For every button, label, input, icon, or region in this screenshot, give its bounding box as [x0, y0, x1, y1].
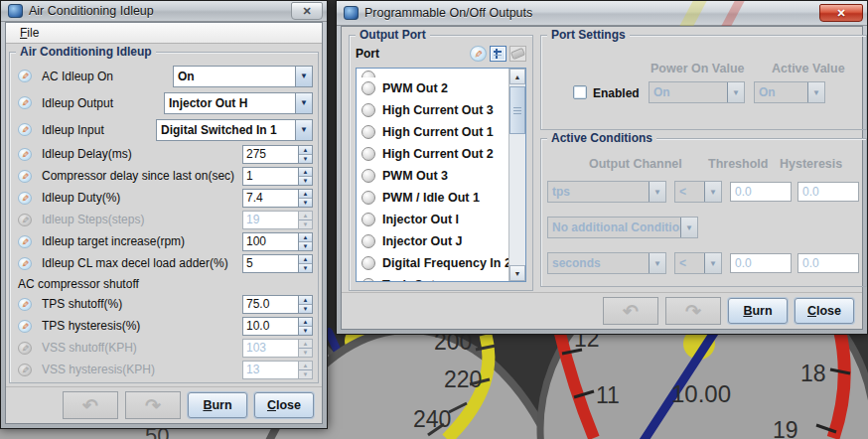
chevron-down-icon[interactable]: ▼ [295, 120, 312, 140]
output-channel-label: Output Channel [589, 157, 682, 171]
setting-row: ✎ Idleup Delay(ms) 275 ▲▼ [15, 143, 313, 165]
spinner-down-icon[interactable]: ▼ [299, 198, 312, 207]
spinner-down-icon[interactable]: ▼ [299, 263, 312, 272]
redo-button[interactable]: ↷ [125, 391, 181, 419]
redo-icon: ↷ [685, 302, 701, 321]
idleup-delay-input[interactable]: 275 ▲▼ [242, 145, 313, 164]
section-row: AC compressor shutoff [15, 274, 313, 293]
titlebar[interactable]: Air Conditioning Idleup ✕ [1, 1, 327, 22]
burn-button[interactable]: Burn [188, 392, 247, 418]
setting-row: ✎ Idleup target increase(rpm) 100 ▲▼ [15, 230, 313, 252]
spinner-up-icon[interactable]: ▲ [299, 146, 312, 154]
port-option[interactable]: PWM / Idle Out 1 [357, 187, 508, 209]
edit-icon: ✎ [18, 364, 32, 376]
vss-hysteresis-input: 13 ▲▼ [242, 361, 313, 379]
window-title: Air Conditioning Idleup [29, 4, 154, 18]
port-option[interactable]: PWM Out 2 [357, 77, 508, 99]
idleup-input-select[interactable]: Digital Switched In 1 ▼ [156, 119, 313, 141]
chevron-down-icon: ▼ [680, 218, 697, 237]
port-option[interactable]: High Current Out 1 [357, 121, 508, 143]
spinner-up-icon[interactable]: ▲ [299, 190, 312, 198]
radio-icon[interactable] [362, 213, 375, 226]
setting-row: ✎ AC Idleup On On ▼ [15, 63, 313, 89]
spinner-up-icon[interactable]: ▲ [299, 168, 312, 176]
chevron-down-icon: ▼ [704, 253, 721, 273]
threshold-input: 0.0 [730, 182, 792, 202]
edit-icon: ✎ [18, 96, 32, 109]
field-label: TPS hysteresis(%) [42, 319, 242, 333]
port-option[interactable]: Tach Out [357, 274, 508, 282]
port-option[interactable]: PWM Out 3 [357, 165, 508, 187]
redo-button[interactable]: ↷ [665, 297, 721, 325]
redo-icon: ↷ [145, 396, 161, 415]
edit-icon: ✎ [18, 192, 32, 205]
radio-icon[interactable] [362, 81, 375, 95]
active-value-label: Active Value [772, 62, 845, 75]
field-label: Idleup Delay(ms) [42, 147, 242, 161]
spinner-down-icon[interactable]: ▼ [299, 326, 312, 335]
spinner-down-icon[interactable]: ▼ [299, 241, 312, 250]
group-title: Port Settings [547, 28, 630, 42]
port-option[interactable]: Injector Out J [357, 230, 508, 252]
scrollbar[interactable]: ▲ ▼ [508, 69, 525, 281]
port-form-icon[interactable] [490, 46, 506, 62]
radio-icon[interactable] [362, 191, 375, 205]
port-option[interactable]: Injector Out I [357, 209, 508, 230]
enabled-checkbox[interactable] [573, 85, 587, 99]
radio-icon[interactable] [362, 234, 375, 248]
scroll-down-icon[interactable]: ▼ [509, 265, 525, 281]
radio-icon[interactable] [362, 278, 375, 282]
ac-idleup-on-select[interactable]: On ▼ [173, 66, 313, 87]
spinner-up-icon[interactable]: ▲ [299, 296, 312, 304]
radio-icon[interactable] [362, 125, 375, 139]
spinner-up-icon[interactable]: ▲ [299, 318, 312, 326]
titlebar[interactable]: Programmable On/Off Outputs ✕ [337, 1, 867, 26]
port-option[interactable]: High Current Out 3 [357, 99, 508, 121]
menu-file[interactable]: File [12, 25, 47, 41]
port-option[interactable]: High Current Out 2 [357, 143, 508, 165]
scroll-thumb[interactable] [509, 86, 525, 134]
radio-icon[interactable] [362, 256, 375, 270]
close-window-button[interactable]: ✕ [291, 2, 323, 20]
spinner-down-icon[interactable]: ▼ [299, 176, 312, 185]
compressor-delay-input[interactable]: 1 ▲▼ [242, 167, 313, 186]
dialog-button-bar: ↶ ↷ Burn Close [6, 386, 322, 423]
close-window-button[interactable]: ✕ [819, 4, 863, 22]
port-option-partial[interactable] [357, 69, 508, 77]
tps-shutoff-input[interactable]: 75.0 ▲▼ [242, 295, 313, 314]
port-option[interactable]: Digital Frequency In 2 [357, 252, 508, 274]
window-air-conditioning-idleup: Air Conditioning Idleup ✕ File Air Condi… [0, 0, 328, 429]
setting-row: ✎ Compressor delay since last on(sec) 1 … [15, 165, 313, 187]
tps-hysteresis-input[interactable]: 10.0 ▲▼ [242, 317, 313, 336]
spinner-down-icon[interactable]: ▼ [299, 304, 312, 313]
spinner-up-icon[interactable]: ▲ [299, 255, 312, 263]
close-button[interactable]: Close [254, 392, 314, 418]
edit-port-icon[interactable]: ✎ [470, 46, 487, 62]
idleup-cl-max-decel-input[interactable]: 5 ▲▼ [242, 254, 313, 273]
field-label: AC Idleup On [42, 70, 173, 83]
radio-icon[interactable] [362, 147, 375, 161]
undo-button[interactable]: ↶ [63, 391, 118, 419]
spinner-up-icon[interactable]: ▲ [299, 233, 312, 241]
gauge-right-tick: 11 [596, 382, 620, 408]
idleup-duty-input[interactable]: 7.4 ▲▼ [242, 189, 313, 208]
idleup-output-select[interactable]: Injector Out H ▼ [164, 92, 313, 114]
spinner-down-icon[interactable]: ▼ [299, 154, 312, 163]
setting-row: ✎ Idleup Steps(steps) 19 ▲▼ [15, 209, 313, 230]
radio-icon[interactable] [362, 103, 375, 117]
idleup-target-increase-input[interactable]: 100 ▲▼ [242, 232, 313, 251]
radio-icon[interactable] [362, 169, 375, 183]
window-programmable-outputs: Programmable On/Off Outputs ✕ Output Por… [336, 0, 868, 335]
chevron-down-icon[interactable]: ▼ [295, 93, 312, 113]
edit-icon: ✎ [18, 320, 32, 333]
spinner-down-icon: ▼ [299, 369, 312, 378]
burn-button[interactable]: Burn [728, 298, 788, 324]
edit-icon: ✎ [18, 235, 32, 248]
undo-button[interactable]: ↶ [603, 297, 658, 325]
eraser-icon[interactable] [509, 46, 526, 62]
hysteresis-label: Hysteresis [780, 157, 842, 171]
scroll-up-icon[interactable]: ▲ [509, 69, 525, 84]
field-label: VSS hysteresis(KPH) [42, 363, 242, 376]
close-button[interactable]: Close [795, 298, 854, 324]
chevron-down-icon[interactable]: ▼ [295, 67, 312, 86]
